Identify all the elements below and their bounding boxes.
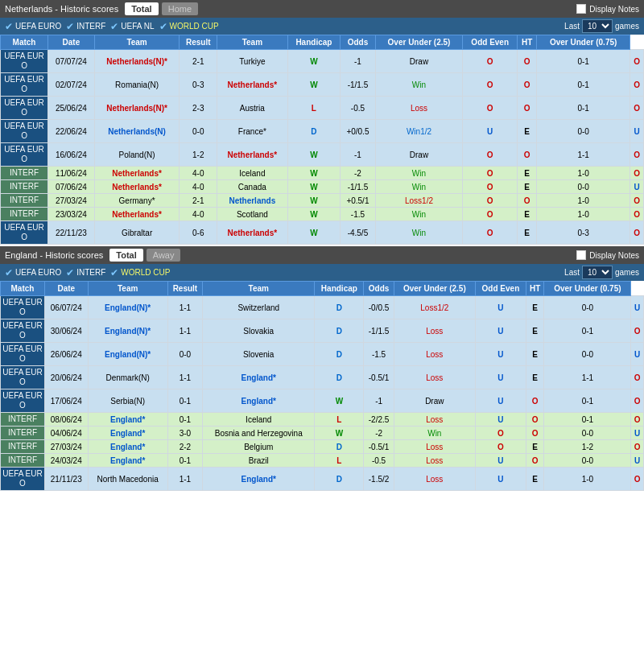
filter-worldcup[interactable]: ✔ WORLD CUP xyxy=(159,21,219,32)
odds-cell: Loss1/2 xyxy=(375,194,463,208)
team1-cell: England(N)* xyxy=(88,343,167,366)
date-cell: 04/06/24 xyxy=(44,427,88,440)
ht-cell: 0-1 xyxy=(544,389,631,413)
team2-cell: Austria xyxy=(217,97,288,120)
col-handicap: Handicap xyxy=(287,35,341,50)
score-cell: 4-0 xyxy=(180,167,217,180)
netherlands-display-notes-checkbox[interactable] xyxy=(576,4,586,14)
odds-cell: Loss1/2 xyxy=(394,296,475,319)
result-cell: D xyxy=(287,120,341,143)
date-cell: 06/07/24 xyxy=(44,296,88,319)
eng-col-oe: Odd Even xyxy=(475,282,526,296)
handicap-cell: -2 xyxy=(341,167,375,180)
check-uefanl: ✔ xyxy=(110,21,118,32)
england-tab-total[interactable]: Total xyxy=(109,249,142,262)
odds-cell: Draw xyxy=(394,389,475,413)
odds-cell: Loss xyxy=(394,468,475,491)
ou25-cell: O xyxy=(475,427,526,440)
check-interf: ✔ xyxy=(66,21,74,32)
result-cell: W xyxy=(287,194,341,208)
handicap-cell: -1.5 xyxy=(364,343,394,366)
team1-cell: England* xyxy=(88,413,167,427)
eng-filter-euro[interactable]: ✔ UEFA EURO xyxy=(5,267,61,278)
ou075-cell: O xyxy=(631,413,644,427)
ou25-cell: U xyxy=(475,319,526,343)
result-cell: L xyxy=(315,454,364,468)
odds-cell: Win xyxy=(375,167,463,180)
netherlands-header: Netherlands - Historic scores Total Home… xyxy=(0,0,644,18)
eng-filter-interf[interactable]: ✔ INTERF xyxy=(66,267,105,278)
netherlands-tab-total[interactable]: Total xyxy=(125,2,158,15)
score-cell: 2-1 xyxy=(180,194,217,208)
england-display-notes-checkbox[interactable] xyxy=(576,250,586,260)
oe-cell: E xyxy=(526,440,544,454)
odds-cell: Loss xyxy=(375,97,463,120)
date-cell: 07/07/24 xyxy=(48,50,95,73)
england-header: England - Historic scores Total Away Dis… xyxy=(0,246,644,264)
eng-filter-worldcup[interactable]: ✔ WORLD CUP xyxy=(110,267,170,278)
match-cell: UEFA EURO xyxy=(1,468,45,491)
match-cell: INTERF xyxy=(1,180,48,194)
ou25-cell: O xyxy=(463,208,518,221)
match-cell: UEFA EURO xyxy=(1,319,45,343)
ou075-cell: O xyxy=(630,97,644,120)
match-cell: UEFA EURO xyxy=(1,120,48,143)
odds-cell: Win xyxy=(394,427,475,440)
netherlands-display-notes[interactable]: Display Notes xyxy=(576,4,639,14)
oe-cell: E xyxy=(526,343,544,366)
team2-cell: Switzerland xyxy=(203,296,315,319)
team1-cell: Netherlands* xyxy=(94,208,180,221)
date-cell: 07/06/24 xyxy=(48,180,95,194)
filter-interf[interactable]: ✔ INTERF xyxy=(66,21,105,32)
team2-cell: Canada xyxy=(217,180,288,194)
table-row: UEFA EURO25/06/24Netherlands(N)*2-3Austr… xyxy=(1,97,644,120)
filter-uefa-euro[interactable]: ✔ UEFA EURO xyxy=(5,21,61,32)
date-cell: 22/06/24 xyxy=(48,120,95,143)
match-cell: INTERF xyxy=(1,413,45,427)
match-cell: INTERF xyxy=(1,167,48,180)
team1-cell: North Macedonia xyxy=(88,468,167,491)
match-cell: UEFA EURO xyxy=(1,366,45,389)
ou25-cell: U xyxy=(475,366,526,389)
odds-cell: Loss xyxy=(394,343,475,366)
england-title: England - Historic scores xyxy=(5,250,103,260)
team2-cell: Netherlands* xyxy=(217,221,288,245)
netherlands-section: Netherlands - Historic scores Total Home… xyxy=(0,0,644,245)
ou25-cell: O xyxy=(463,180,518,194)
odds-cell: Loss xyxy=(394,454,475,468)
ou25-cell: O xyxy=(463,143,518,167)
england-tab-away[interactable]: Away xyxy=(147,249,181,262)
england-display-notes[interactable]: Display Notes xyxy=(576,250,639,260)
team1-cell: Netherlands* xyxy=(94,180,180,194)
handicap-cell: +0/0.5 xyxy=(341,120,375,143)
england-section: England - Historic scores Total Away Dis… xyxy=(0,246,644,491)
netherlands-last-group: Last 10 20 30 games xyxy=(564,19,639,33)
netherlands-tab-home[interactable]: Home xyxy=(162,2,198,15)
eng-col-date: Date xyxy=(44,282,88,296)
ht-cell: 1-0 xyxy=(537,208,630,221)
eng-col-team1: Team xyxy=(88,282,167,296)
ou075-cell: O xyxy=(631,440,644,454)
result-cell: W xyxy=(287,208,341,221)
date-cell: 30/06/24 xyxy=(44,319,88,343)
score-cell: 1-1 xyxy=(167,319,202,343)
result-cell: W xyxy=(287,50,341,73)
oe-cell: E xyxy=(518,180,537,194)
col-team2: Team xyxy=(217,35,288,50)
eng-last-label: Last xyxy=(564,268,580,277)
team2-cell: Netherlands* xyxy=(217,73,288,97)
eng-col-ht: HT xyxy=(526,282,544,296)
last-select[interactable]: 10 20 30 xyxy=(582,19,613,33)
table-row: INTERF23/03/24Netherlands*4-0ScotlandW-1… xyxy=(1,208,644,221)
netherlands-table: Match Date Team Result Team Handicap Odd… xyxy=(0,35,644,245)
ou075-cell: O xyxy=(631,468,644,491)
ou25-cell: U xyxy=(463,120,518,143)
result-cell: W xyxy=(287,73,341,97)
team1-cell: Netherlands* xyxy=(94,167,180,180)
match-cell: INTERF xyxy=(1,440,45,454)
eng-last-select[interactable]: 10 20 30 xyxy=(582,266,613,279)
team1-cell: Netherlands(N)* xyxy=(94,50,180,73)
filter-uefanl[interactable]: ✔ UEFA NL xyxy=(110,21,154,32)
ht-cell: 0-1 xyxy=(537,73,630,97)
team2-cell: Belgium xyxy=(203,440,315,454)
